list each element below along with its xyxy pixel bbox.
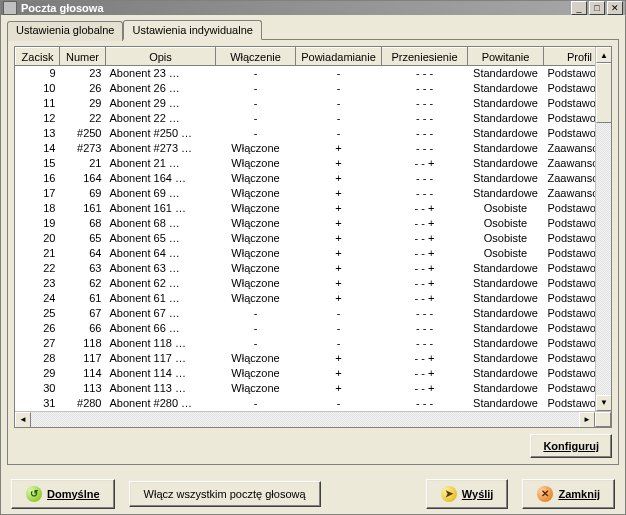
cell: 20 xyxy=(16,231,60,246)
cell: Abonent #280 … xyxy=(106,396,216,411)
col-opis[interactable]: Opis xyxy=(106,48,216,66)
cell: Włączone xyxy=(216,366,296,381)
scroll-track[interactable] xyxy=(596,123,611,395)
minimize-button[interactable]: _ xyxy=(571,1,587,15)
table-row[interactable]: 2263Abonent 63 …Włączone+- - +Standardow… xyxy=(16,261,596,276)
cell: - - - xyxy=(382,396,468,411)
grid: Zacisk Numer Opis Włączenie Powiadamiani… xyxy=(14,46,612,428)
table-row[interactable]: 2362Abonent 62 …Włączone+- - +Standardow… xyxy=(16,276,596,291)
cell: Abonent 65 … xyxy=(106,231,216,246)
cell: Abonent 62 … xyxy=(106,276,216,291)
app-icon xyxy=(3,1,17,15)
cell: + xyxy=(296,351,382,366)
scroll-left-button[interactable]: ◄ xyxy=(15,412,31,428)
col-numer[interactable]: Numer xyxy=(60,48,106,66)
enable-all-button[interactable]: Włącz wszystkim pocztę głosową xyxy=(129,481,321,507)
table-row[interactable]: 2567Abonent 67 …--- - -StandardowePodsta… xyxy=(16,306,596,321)
hscroll-track[interactable] xyxy=(31,412,579,427)
scroll-thumb[interactable] xyxy=(596,63,611,123)
cell: 23 xyxy=(16,276,60,291)
table-row[interactable]: 1129Abonent 29 …--- - -StandardowePodsta… xyxy=(16,96,596,111)
cell: Abonent #250 … xyxy=(106,126,216,141)
table-row[interactable]: 2164Abonent 64 …Włączone+- - +OsobistePo… xyxy=(16,246,596,261)
cell: - - - xyxy=(382,306,468,321)
maximize-button[interactable]: □ xyxy=(589,1,605,15)
cell: - xyxy=(296,321,382,336)
table-row[interactable]: 2065Abonent 65 …Włączone+- - +OsobistePo… xyxy=(16,231,596,246)
table-row[interactable]: 1222Abonent 22 …--- - -StandardowePodsta… xyxy=(16,111,596,126)
col-przeniesienie[interactable]: Przeniesienie xyxy=(382,48,468,66)
cell: Zaawansowany xyxy=(544,141,596,156)
cell: - - + xyxy=(382,216,468,231)
table-row[interactable]: 1026Abonent 26 …--- - -StandardowePodsta… xyxy=(16,81,596,96)
table-row[interactable]: 31#280Abonent #280 …--- - -StandardowePo… xyxy=(16,396,596,411)
tab-individual[interactable]: Ustawienia indywidualne xyxy=(123,20,261,40)
cell: 29 xyxy=(60,96,106,111)
cell: 164 xyxy=(60,171,106,186)
cell: Podstawowy xyxy=(544,381,596,396)
close-window-button[interactable]: ✕ Zamknij xyxy=(522,479,615,509)
cell: Standardowe xyxy=(468,276,544,291)
table-row[interactable]: 30113Abonent 113 …Włączone+- - +Standard… xyxy=(16,381,596,396)
table-row[interactable]: 923Abonent 23 …--- - -StandardowePodstaw… xyxy=(16,66,596,81)
cell: Osobiste xyxy=(468,216,544,231)
col-powiadamianie[interactable]: Powiadamianie xyxy=(296,48,382,66)
data-table[interactable]: Zacisk Numer Opis Włączenie Powiadamiani… xyxy=(15,47,595,411)
col-profil[interactable]: Profil xyxy=(544,48,596,66)
scroll-right-button[interactable]: ► xyxy=(579,412,595,428)
send-button[interactable]: ➤ Wyślij xyxy=(426,479,509,509)
cell: 26 xyxy=(16,321,60,336)
cell: 114 xyxy=(60,366,106,381)
col-wlaczenie[interactable]: Włączenie xyxy=(216,48,296,66)
cell: 117 xyxy=(60,351,106,366)
cell: Abonent 64 … xyxy=(106,246,216,261)
cell: 15 xyxy=(16,156,60,171)
cell: - xyxy=(216,336,296,351)
cell: Osobiste xyxy=(468,201,544,216)
table-row[interactable]: 28117Abonent 117 …Włączone+- - +Standard… xyxy=(16,351,596,366)
cell: - - - xyxy=(382,141,468,156)
close-button[interactable]: ✕ xyxy=(607,1,623,15)
horizontal-scrollbar[interactable]: ◄ ► xyxy=(15,411,611,427)
cell: + xyxy=(296,201,382,216)
cell: Włączone xyxy=(216,276,296,291)
configure-button[interactable]: Konfiguruj xyxy=(530,434,612,458)
cell: Abonent 22 … xyxy=(106,111,216,126)
col-powitanie[interactable]: Powitanie xyxy=(468,48,544,66)
send-icon: ➤ xyxy=(441,486,457,502)
cell: Standardowe xyxy=(468,291,544,306)
cell: + xyxy=(296,231,382,246)
table-row[interactable]: 2461Abonent 61 …Włączone+- - +Standardow… xyxy=(16,291,596,306)
cell: Standardowe xyxy=(468,66,544,81)
cell: - xyxy=(216,81,296,96)
table-row[interactable]: 1769Abonent 69 …Włączone+- - -Standardow… xyxy=(16,186,596,201)
table-row[interactable]: 14#273Abonent #273 …Włączone+- - -Standa… xyxy=(16,141,596,156)
table-row[interactable]: 29114Abonent 114 …Włączone+- - +Standard… xyxy=(16,366,596,381)
cell: 63 xyxy=(60,261,106,276)
window-title: Poczta głosowa xyxy=(21,2,571,14)
cell: Podstawowy xyxy=(544,126,596,141)
scroll-up-button[interactable]: ▲ xyxy=(596,47,611,63)
defaults-button[interactable]: ↺ Domyślne xyxy=(11,479,115,509)
cell: 14 xyxy=(16,141,60,156)
vertical-scrollbar[interactable]: ▲ ▼ xyxy=(595,47,611,411)
cell: 12 xyxy=(16,111,60,126)
table-row[interactable]: 1968Abonent 68 …Włączone+- - +OsobistePo… xyxy=(16,216,596,231)
table-row[interactable]: 27118Abonent 118 …--- - -StandardowePods… xyxy=(16,336,596,351)
cell: Abonent 61 … xyxy=(106,291,216,306)
tab-global[interactable]: Ustawienia globalne xyxy=(7,21,123,41)
table-row[interactable]: 18161Abonent 161 …Włączone+- - +Osobiste… xyxy=(16,201,596,216)
table-row[interactable]: 16164Abonent 164 …Włączone+- - -Standard… xyxy=(16,171,596,186)
cell: Standardowe xyxy=(468,81,544,96)
cell: Włączone xyxy=(216,156,296,171)
table-row[interactable]: 13#250Abonent #250 …--- - -StandardowePo… xyxy=(16,126,596,141)
cell: Standardowe xyxy=(468,186,544,201)
table-row[interactable]: 1521Abonent 21 …Włączone+- - +Standardow… xyxy=(16,156,596,171)
close-icon: ✕ xyxy=(537,486,553,502)
scroll-down-button[interactable]: ▼ xyxy=(596,395,611,411)
col-zacisk[interactable]: Zacisk xyxy=(16,48,60,66)
cell: Standardowe xyxy=(468,111,544,126)
cell: #250 xyxy=(60,126,106,141)
table-row[interactable]: 2666Abonent 66 …--- - -StandardowePodsta… xyxy=(16,321,596,336)
cell: Abonent 164 … xyxy=(106,171,216,186)
